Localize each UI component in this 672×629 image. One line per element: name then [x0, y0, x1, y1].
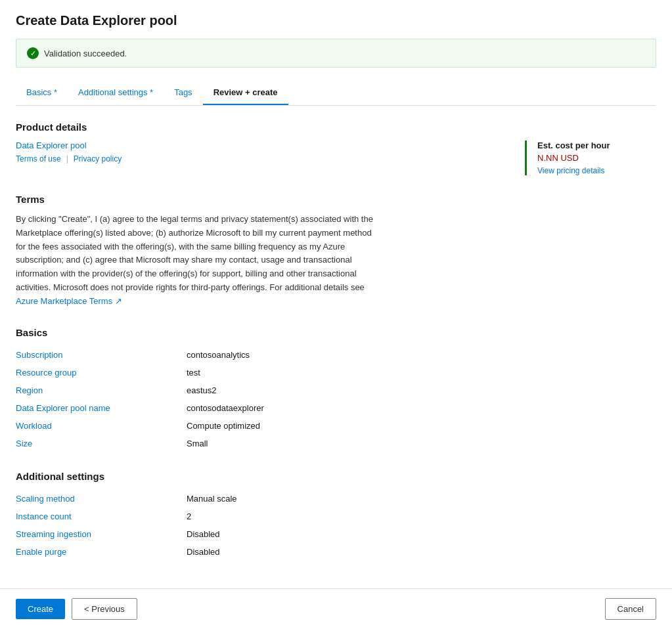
cost-label: Est. cost per hour — [537, 141, 656, 150]
main-content: Create Data Explorer pool ✓ Validation s… — [0, 0, 672, 629]
additional-settings-rows: Scaling method Manual scale Instance cou… — [16, 490, 656, 561]
links-separator: | — [66, 154, 68, 163]
cost-col: Est. cost per hour N.NN USD View pricing… — [525, 141, 656, 175]
detail-value: Disabled — [187, 529, 220, 539]
detail-label: Resource group — [16, 368, 187, 378]
detail-value: Manual scale — [187, 494, 237, 504]
table-row: Resource group test — [16, 364, 656, 381]
additional-settings-section: Additional settings Scaling method Manua… — [16, 471, 656, 561]
validation-message: Validation succeeded. — [44, 49, 127, 58]
validation-banner: ✓ Validation succeeded. — [16, 39, 656, 68]
table-row: Scaling method Manual scale — [16, 490, 656, 508]
table-row: Subscription contosoanalytics — [16, 346, 656, 364]
footer-bar: Create < Previous Cancel — [0, 588, 672, 629]
basics-section: Basics Subscription contosoanalytics Res… — [16, 327, 656, 452]
validation-success-icon: ✓ — [27, 47, 39, 59]
tab-additional-settings-asterisk: * — [150, 87, 153, 97]
footer-left: Create < Previous — [16, 598, 137, 620]
detail-label: Data Explorer pool name — [16, 403, 187, 413]
tab-basics-asterisk: * — [54, 87, 57, 97]
tab-review-create[interactable]: Review + create — [203, 81, 288, 105]
detail-value: Compute optimized — [187, 421, 260, 431]
terms-title: Terms — [16, 194, 656, 205]
detail-value: Disabled — [187, 547, 220, 557]
table-row: Region eastus2 — [16, 381, 656, 399]
detail-label: Subscription — [16, 350, 187, 360]
tab-bar: Basics * Additional settings * Tags Revi… — [16, 81, 656, 106]
detail-label: Region — [16, 385, 187, 395]
table-row: Data Explorer pool name contosodataexplo… — [16, 399, 656, 417]
page-title: Create Data Explorer pool — [16, 13, 656, 28]
table-row: Size Small — [16, 435, 656, 452]
cost-value: N.NN USD — [537, 153, 656, 163]
tab-tags[interactable]: Tags — [164, 81, 202, 105]
table-row: Instance count 2 — [16, 508, 656, 525]
view-pricing-link[interactable]: View pricing details — [537, 166, 605, 175]
terms-text-before-link: By clicking "Create", I (a) agree to the… — [16, 214, 373, 292]
tab-basics[interactable]: Basics * — [16, 81, 68, 105]
detail-label: Instance count — [16, 511, 187, 521]
content-body: Create Data Explorer pool ✓ Validation s… — [16, 13, 656, 625]
product-details-title: Product details — [16, 121, 656, 133]
privacy-policy-link[interactable]: Privacy policy — [74, 154, 122, 163]
detail-value: eastus2 — [187, 385, 217, 395]
product-col: Data Explorer pool Terms of use | Privac… — [16, 141, 525, 175]
previous-button[interactable]: < Previous — [72, 598, 137, 620]
terms-text: By clicking "Create", I (a) agree to the… — [16, 213, 384, 309]
terms-of-use-link[interactable]: Terms of use — [16, 154, 61, 163]
detail-value: Small — [187, 439, 208, 448]
detail-label: Streaming ingestion — [16, 529, 187, 539]
tab-additional-settings[interactable]: Additional settings * — [68, 81, 164, 105]
additional-settings-title: Additional settings — [16, 471, 656, 482]
product-details-grid: Data Explorer pool Terms of use | Privac… — [16, 141, 656, 175]
table-row: Enable purge Disabled — [16, 543, 656, 561]
table-row: Workload Compute optimized — [16, 417, 656, 435]
table-row: Streaming ingestion Disabled — [16, 525, 656, 543]
detail-label: Enable purge — [16, 547, 187, 557]
terms-section: Terms By clicking "Create", I (a) agree … — [16, 194, 656, 309]
detail-label: Workload — [16, 421, 187, 431]
product-details-section: Product details Data Explorer pool Terms… — [16, 121, 656, 175]
basics-rows: Subscription contosoanalytics Resource g… — [16, 346, 656, 452]
product-name: Data Explorer pool — [16, 141, 525, 150]
detail-value: 2 — [187, 511, 191, 521]
detail-label: Scaling method — [16, 494, 187, 504]
create-button[interactable]: Create — [16, 599, 65, 619]
detail-label: Size — [16, 439, 187, 448]
detail-value: test — [187, 368, 200, 378]
azure-marketplace-terms-link[interactable]: Azure Marketplace Terms ↗ — [16, 296, 122, 306]
basics-title: Basics — [16, 327, 656, 338]
product-links: Terms of use | Privacy policy — [16, 154, 525, 163]
detail-value: contosoanalytics — [187, 350, 250, 360]
cancel-button[interactable]: Cancel — [605, 598, 656, 620]
detail-value: contosodataexplorer — [187, 403, 264, 413]
page-wrapper: Create Data Explorer pool ✓ Validation s… — [0, 0, 672, 629]
